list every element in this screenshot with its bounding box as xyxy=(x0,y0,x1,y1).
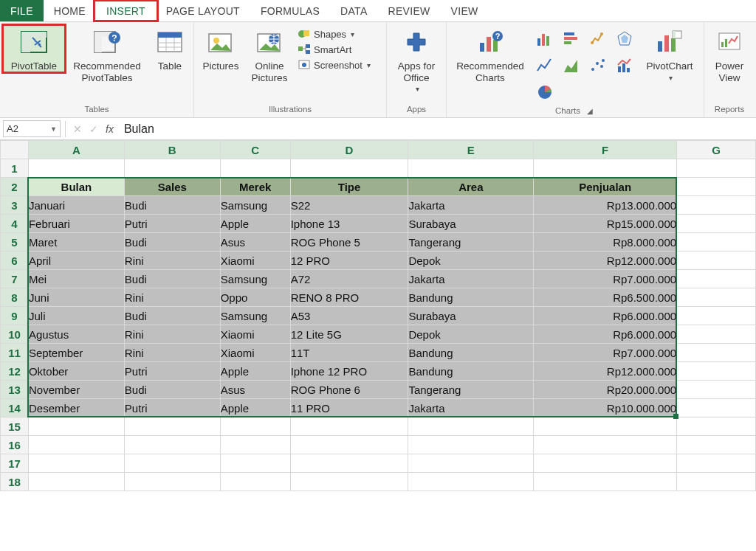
row-header-13[interactable]: 13 xyxy=(1,381,29,399)
cell-E9[interactable]: Surabaya xyxy=(408,307,534,325)
tab-file[interactable]: FILE xyxy=(0,0,44,21)
cell-F13[interactable]: Rp20.000.000 xyxy=(534,381,677,399)
chart-column-button[interactable] xyxy=(532,27,557,52)
col-header-F[interactable]: F xyxy=(534,141,677,159)
cell-G4[interactable] xyxy=(677,215,756,233)
cell-F5[interactable]: Rp8.000.000 xyxy=(534,233,677,252)
cell-E7[interactable]: Jakarta xyxy=(408,270,534,288)
row-header-12[interactable]: 12 xyxy=(1,362,29,381)
cell-F16[interactable] xyxy=(534,436,677,454)
tab-page-layout[interactable]: PAGE LAYOUT xyxy=(156,0,250,21)
cell-A6[interactable]: April xyxy=(28,252,124,270)
cell-G11[interactable] xyxy=(677,344,756,362)
row-header-6[interactable]: 6 xyxy=(1,252,29,270)
cell-C13[interactable]: Asus xyxy=(220,381,290,399)
cell-A10[interactable]: Agustus xyxy=(28,325,124,344)
cell-F8[interactable]: Rp6.500.000 xyxy=(534,288,677,307)
cell-E10[interactable]: Depok xyxy=(408,325,534,344)
cell-B16[interactable] xyxy=(124,436,220,454)
cell-A5[interactable]: Maret xyxy=(28,233,124,252)
chart-radar-button[interactable] xyxy=(612,27,637,52)
pivotchart-button[interactable]: PivotChart▾ xyxy=(639,25,701,82)
row-header-1[interactable]: 1 xyxy=(1,159,29,178)
cell-A11[interactable]: September xyxy=(28,344,124,362)
cell-F10[interactable]: Rp6.000.000 xyxy=(534,325,677,344)
cell-A4[interactable]: Februari xyxy=(28,215,124,233)
cell-D4[interactable]: Iphone 13 xyxy=(290,215,408,233)
cell-E14[interactable]: Jakarta xyxy=(408,399,534,417)
cell-E4[interactable]: Surabaya xyxy=(408,215,534,233)
cancel-icon[interactable]: ✕ xyxy=(73,123,82,135)
cell-C9[interactable]: Samsung xyxy=(220,307,290,325)
chart-stock-button[interactable] xyxy=(585,27,611,52)
row-header-5[interactable]: 5 xyxy=(1,233,29,252)
cell-D11[interactable]: 11T xyxy=(290,344,408,362)
cell-D18[interactable] xyxy=(290,473,408,491)
row-header-14[interactable]: 14 xyxy=(1,399,29,417)
cell-A13[interactable]: November xyxy=(28,381,124,399)
cell-G18[interactable] xyxy=(677,473,756,491)
row-header-3[interactable]: 3 xyxy=(1,196,29,215)
cell-B7[interactable]: Budi xyxy=(124,270,220,288)
cell-B18[interactable] xyxy=(124,473,220,491)
cell-D17[interactable] xyxy=(290,454,408,473)
cell-C11[interactable]: Xiaomi xyxy=(220,344,290,362)
cell-C6[interactable]: Xiaomi xyxy=(220,252,290,270)
col-header-E[interactable]: E xyxy=(408,141,534,159)
cell-C7[interactable]: Samsung xyxy=(220,270,290,288)
smartart-button[interactable]: SmartArt xyxy=(295,42,383,57)
cell-F17[interactable] xyxy=(534,454,677,473)
cell-G14[interactable] xyxy=(677,399,756,417)
cell-G17[interactable] xyxy=(677,454,756,473)
cell-E11[interactable]: Bandung xyxy=(408,344,534,362)
cell-D9[interactable]: A53 xyxy=(290,307,408,325)
cell-A16[interactable] xyxy=(28,436,124,454)
chart-bar-button[interactable] xyxy=(559,27,584,52)
cell-G2[interactable] xyxy=(677,178,756,196)
cell-B12[interactable]: Putri xyxy=(124,362,220,381)
cell-E15[interactable] xyxy=(408,417,534,436)
cell-G12[interactable] xyxy=(677,362,756,381)
cell-E17[interactable] xyxy=(408,454,534,473)
row-header-11[interactable]: 11 xyxy=(1,344,29,362)
tab-view[interactable]: VIEW xyxy=(441,0,489,21)
row-header-2[interactable]: 2 xyxy=(1,178,29,196)
col-header-C[interactable]: C xyxy=(220,141,290,159)
cell-E13[interactable]: Tangerang xyxy=(408,381,534,399)
cell-A3[interactable]: Januari xyxy=(28,196,124,215)
worksheet-grid[interactable]: ABCDEFG12BulanSalesMerekTipeAreaPenjuala… xyxy=(0,140,756,491)
cell-A12[interactable]: Oktober xyxy=(28,362,124,381)
cell-C14[interactable]: Apple xyxy=(220,399,290,417)
cell-D5[interactable]: ROG Phone 5 xyxy=(290,233,408,252)
cell-B4[interactable]: Putri xyxy=(124,215,220,233)
cell-F3[interactable]: Rp13.000.000 xyxy=(534,196,677,215)
tab-data[interactable]: DATA xyxy=(330,0,377,21)
cell-B17[interactable] xyxy=(124,454,220,473)
cell-F1[interactable] xyxy=(534,159,677,178)
cell-F6[interactable]: Rp12.000.000 xyxy=(534,252,677,270)
cell-F11[interactable]: Rp7.000.000 xyxy=(534,344,677,362)
cell-B1[interactable] xyxy=(124,159,220,178)
cell-D7[interactable]: A72 xyxy=(290,270,408,288)
cell-B14[interactable]: Putri xyxy=(124,399,220,417)
recommended-pivottables-button[interactable]: ? Recommended PivotTables xyxy=(66,25,148,83)
cell-C2[interactable]: Merek xyxy=(220,178,290,196)
cell-A17[interactable] xyxy=(28,454,124,473)
cell-F9[interactable]: Rp6.000.000 xyxy=(534,307,677,325)
chevron-down-icon[interactable]: ▼ xyxy=(50,125,57,133)
table-button[interactable]: Table xyxy=(149,25,190,72)
cell-C5[interactable]: Asus xyxy=(220,233,290,252)
cell-G3[interactable] xyxy=(677,196,756,215)
cell-E5[interactable]: Tangerang xyxy=(408,233,534,252)
cell-B15[interactable] xyxy=(124,417,220,436)
cell-G7[interactable] xyxy=(677,270,756,288)
cell-E6[interactable]: Depok xyxy=(408,252,534,270)
cell-B10[interactable]: Rini xyxy=(124,325,220,344)
cell-G8[interactable] xyxy=(677,288,756,307)
cell-B3[interactable]: Budi xyxy=(124,196,220,215)
cell-B6[interactable]: Rini xyxy=(124,252,220,270)
enter-icon[interactable]: ✓ xyxy=(89,123,98,135)
cell-F12[interactable]: Rp12.000.000 xyxy=(534,362,677,381)
cell-D1[interactable] xyxy=(290,159,408,178)
cell-D10[interactable]: 12 Lite 5G xyxy=(290,325,408,344)
